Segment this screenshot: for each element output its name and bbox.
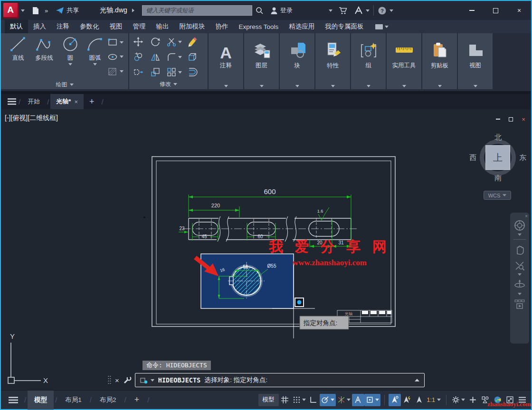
minimize-button[interactable] — [460, 1, 484, 20]
autodesk-logo-icon[interactable] — [354, 6, 363, 15]
annotation-visibility-toggle[interactable] — [389, 394, 401, 406]
cart-icon[interactable] — [339, 6, 348, 15]
copy-tool[interactable] — [133, 52, 143, 62]
viewcube-north[interactable]: 北 — [494, 133, 502, 142]
utilities-panel[interactable]: 实用工具 — [387, 33, 421, 89]
autodesk-caret[interactable] — [366, 9, 370, 12]
command-wrench-icon[interactable] — [123, 376, 132, 385]
isodraft-toggle[interactable] — [336, 394, 352, 406]
viewcube-west[interactable]: 西 — [469, 153, 476, 162]
viewport-label[interactable]: [-][俯视][二维线框] — [5, 114, 58, 122]
command-badge-icon[interactable] — [140, 376, 148, 384]
ribbon-tab-mypanel[interactable]: 我的专属面板 — [320, 20, 369, 33]
ellipse-tool[interactable] — [107, 50, 124, 64]
modify-panel-footer[interactable]: 修改 — [129, 80, 208, 89]
app-logo[interactable]: A — [3, 3, 19, 19]
ribbon-tab-addins[interactable]: 附加模块 — [174, 20, 210, 33]
group-panel[interactable]: 组 — [351, 33, 386, 89]
osnap-toggle[interactable] — [364, 394, 380, 406]
move-tool[interactable] — [133, 37, 143, 47]
ribbon-tab-collaborate[interactable]: 协作 — [210, 20, 234, 33]
viewcube-top-face[interactable]: 上 — [485, 145, 510, 170]
command-close-icon[interactable]: × — [115, 376, 119, 384]
circle-tool[interactable]: 圆 — [58, 33, 83, 65]
help-icon[interactable]: ? — [378, 6, 387, 15]
ribbon-tab-featured[interactable]: 精选应用 — [284, 20, 320, 33]
annotation-scale-button[interactable] — [413, 394, 426, 406]
ribbon-tab-express[interactable]: Express Tools — [234, 20, 284, 33]
viewport-close-icon[interactable]: × — [518, 115, 529, 123]
navbar-close-icon[interactable]: × — [525, 214, 528, 219]
filename-caret[interactable] — [132, 9, 134, 12]
offset-tool[interactable] — [187, 67, 198, 77]
viewcube-east[interactable]: 东 — [519, 153, 526, 162]
ribbon-display-toggle[interactable] — [375, 20, 389, 33]
file-tab-start[interactable]: 开始 — [22, 94, 46, 109]
command-badge-caret[interactable] — [151, 379, 154, 382]
app-menu-caret[interactable] — [21, 9, 25, 12]
viewport-restore-icon[interactable] — [505, 115, 516, 123]
layers-panel[interactable]: 图层 — [244, 33, 279, 89]
draw-panel-footer[interactable]: 绘图 — [1, 80, 128, 89]
model-space-button[interactable]: 模型 — [258, 394, 279, 406]
grid-toggle[interactable] — [279, 394, 291, 406]
maximize-button[interactable] — [484, 1, 507, 20]
nav-wheel-icon[interactable] — [513, 219, 526, 232]
customize-button[interactable] — [466, 394, 479, 406]
wcs-dropdown[interactable]: WCS — [484, 191, 511, 200]
arc-caret[interactable] — [93, 63, 97, 65]
search-icon[interactable] — [256, 7, 264, 15]
line-tool[interactable]: 直线 — [6, 33, 30, 62]
file-tab-menu-icon[interactable] — [7, 98, 17, 105]
ribbon-tab-output[interactable]: 输出 — [151, 20, 174, 33]
ribbon-tab-view[interactable]: 视图 — [104, 20, 128, 33]
mirror-tool[interactable] — [150, 52, 161, 62]
rectangle-tool[interactable] — [107, 35, 124, 49]
status-customize-menu[interactable] — [516, 394, 528, 406]
array-tool[interactable] — [166, 67, 182, 77]
search-input[interactable]: 键入关键字或短语 — [142, 5, 252, 16]
explode-tool[interactable] — [187, 52, 198, 62]
trim-tool[interactable] — [166, 37, 182, 47]
stretch-tool[interactable] — [133, 67, 143, 77]
block-panel[interactable]: 块 — [280, 33, 314, 89]
zoom-icon[interactable] — [514, 260, 525, 271]
erase-tool[interactable] — [187, 37, 198, 47]
ribbon-tab-insert[interactable]: 插入 — [28, 20, 51, 33]
properties-panel[interactable]: 特性 — [315, 33, 350, 89]
clean-screen-button[interactable] — [504, 394, 516, 406]
layout1-tab[interactable]: 布局1 — [58, 391, 88, 410]
annotate-panel[interactable]: A 注释 — [209, 33, 243, 89]
arc-tool[interactable]: 圆弧 — [83, 33, 107, 65]
isolate-objects-button[interactable] — [479, 394, 491, 406]
navigation-bar[interactable]: × — [510, 213, 529, 344]
viewcube-south[interactable]: 南 — [494, 174, 502, 183]
selection-grip[interactable] — [295, 298, 304, 307]
show-motion-icon[interactable] — [513, 298, 526, 310]
polyline-tool[interactable]: 多段线 — [30, 33, 58, 62]
share-button[interactable]: 共享 — [56, 6, 79, 15]
scale-tool[interactable] — [150, 67, 161, 77]
scale-dropdown[interactable]: 1:1 — [426, 394, 442, 406]
pan-hand-icon[interactable] — [514, 243, 525, 255]
new-layout-button[interactable]: + — [128, 391, 146, 410]
fillet-tool[interactable] — [166, 52, 182, 62]
ribbon-tab-manage[interactable]: 管理 — [128, 20, 151, 33]
help-caret[interactable] — [390, 9, 393, 12]
command-drag-handle[interactable] — [107, 375, 112, 385]
clipboard-panel[interactable]: 剪贴板 — [422, 33, 457, 89]
workspace-switcher[interactable] — [450, 394, 466, 406]
close-button[interactable]: × — [507, 1, 531, 20]
polar-tracking-toggle[interactable] — [320, 394, 336, 406]
rotate-tool[interactable] — [150, 37, 161, 47]
file-tab-drawing[interactable]: 光轴* × — [50, 94, 84, 109]
ribbon-tab-parametric[interactable]: 参数化 — [75, 20, 104, 33]
orbit-caret[interactable] — [518, 293, 522, 295]
new-file-button[interactable] — [31, 6, 40, 15]
ribbon-tab-annotate[interactable]: 注释 — [51, 20, 75, 33]
new-tab-button[interactable]: + — [84, 94, 100, 109]
drawing-canvas[interactable]: 600 220 23 45 60 20 31 1.6 — [1, 109, 531, 390]
osnap-tracking-toggle[interactable] — [352, 394, 364, 406]
nav-wheel-caret[interactable] — [518, 233, 522, 236]
login-button[interactable]: 登录 — [270, 6, 293, 15]
